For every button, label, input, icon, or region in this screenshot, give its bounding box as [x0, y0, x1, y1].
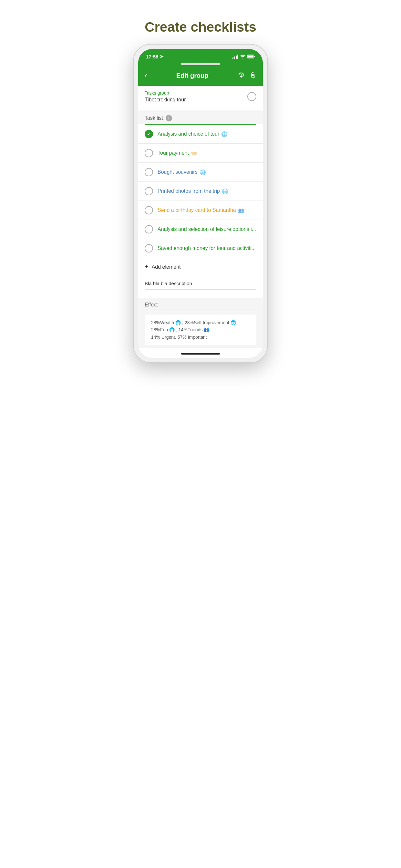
description-section: Bla bla bla description [138, 276, 263, 296]
task-item[interactable]: Analysis and choice of tour 🌐 [138, 125, 263, 144]
task-text-4: Printed photos from the trip 🌐 [158, 188, 256, 194]
back-button[interactable]: ‹ [145, 71, 147, 80]
page-title: Create checklists [134, 6, 267, 44]
task-icon-2: 👐 [191, 150, 197, 156]
status-bar-left: 17:58 ➤ [146, 54, 164, 59]
home-bar [181, 353, 220, 354]
add-element-row[interactable]: + Add element [138, 258, 263, 276]
svg-point-0 [243, 58, 243, 58]
task-icon-1: 🌐 [221, 131, 227, 137]
nav-title: Edit group [176, 72, 209, 80]
home-indicator [138, 348, 263, 358]
task-item[interactable]: Tour payment 👐 [138, 144, 263, 163]
task-item[interactable]: Analysis and selection of leisure option… [138, 220, 263, 239]
task-icon-4: 🌐 [222, 188, 228, 194]
task-item[interactable]: Printed photos from the trip 🌐 [138, 182, 263, 201]
nav-left: ‹ [145, 71, 147, 80]
task-icon-5: 👥 [238, 207, 244, 213]
location-icon: ➤ [159, 54, 164, 59]
effect-section: Effect 28%Wealth 🌐 , 28%Self Improvement… [138, 298, 263, 348]
task-item[interactable]: Saved enough money for tour and activiti… [138, 239, 263, 258]
phone-inner: 17:58 ➤ [138, 49, 263, 358]
task-list: Analysis and choice of tour 🌐 Tour payme… [138, 125, 263, 258]
task-checkbox-7[interactable] [145, 244, 153, 252]
task-item[interactable]: Bought souvenirs 🌐 [138, 163, 263, 182]
task-checkbox-6[interactable] [145, 225, 153, 234]
task-text-3: Bought souvenirs 🌐 [158, 169, 256, 175]
share-icon[interactable] [238, 71, 245, 80]
tasks-group-section: Tasks group Tibet trekking tour [138, 86, 263, 108]
status-bar-right [233, 54, 255, 59]
wealth-icon: 🌐 [175, 320, 181, 325]
wifi-icon [240, 54, 245, 59]
description-text[interactable]: Bla bla bla description [145, 281, 256, 290]
effect-label: Effect [145, 302, 256, 311]
notch [181, 63, 220, 65]
task-text-1: Analysis and choice of tour 🌐 [158, 131, 256, 137]
time-display: 17:58 [146, 54, 158, 59]
phone-shell: 17:58 ➤ [134, 44, 267, 362]
svg-rect-2 [248, 55, 253, 58]
task-checkbox-3[interactable] [145, 168, 153, 176]
tasks-group-info: Tasks group Tibet trekking tour [145, 90, 186, 103]
page-wrapper: Create checklists 17:58 ➤ [134, 6, 267, 362]
nav-bar: ‹ Edit group [138, 67, 263, 86]
effect-line2: 14% Urgent, 57% Important [151, 334, 250, 341]
status-bar: 17:58 ➤ [138, 49, 263, 63]
task-item[interactable]: Send a birthday card to Samantha 👥 [138, 201, 263, 220]
tasks-group-label: Tasks group [145, 90, 186, 96]
task-list-header: Task list i [138, 111, 263, 124]
tasks-group-circle-btn[interactable] [247, 92, 256, 101]
friends-icon: 👥 [204, 327, 209, 332]
task-list-label: Task list [145, 115, 163, 121]
task-text-5: Send a birthday card to Samantha 👥 [158, 207, 256, 213]
task-icon-3: 🌐 [199, 169, 206, 175]
notch-area [138, 63, 263, 67]
nav-right [238, 71, 256, 80]
fun-icon: 🌐 [169, 327, 175, 332]
task-checkbox-2[interactable] [145, 149, 153, 157]
delete-icon[interactable] [250, 71, 256, 80]
add-element-label: Add element [152, 264, 181, 270]
task-text-7: Saved enough money for tour and activiti… [158, 245, 256, 251]
battery-icon [247, 54, 255, 59]
signal-bars-icon [233, 54, 238, 59]
svg-rect-3 [254, 56, 255, 57]
task-checkbox-4[interactable] [145, 187, 153, 195]
improvement-icon: 🌐 [230, 320, 236, 325]
task-checkbox-1[interactable] [145, 130, 153, 138]
effect-line1: 28%Wealth 🌐 , 28%Self Improvement 🌐 , 28… [151, 319, 250, 334]
task-checkbox-5[interactable] [145, 206, 153, 214]
add-plus-icon: + [145, 263, 149, 271]
task-text-6: Analysis and selection of leisure option… [158, 226, 256, 232]
info-icon[interactable]: i [166, 115, 172, 121]
effect-content: 28%Wealth 🌐 , 28%Self Improvement 🌐 , 28… [145, 314, 256, 345]
task-text-2: Tour payment 👐 [158, 150, 256, 156]
tasks-group-value: Tibet trekking tour [145, 97, 186, 103]
